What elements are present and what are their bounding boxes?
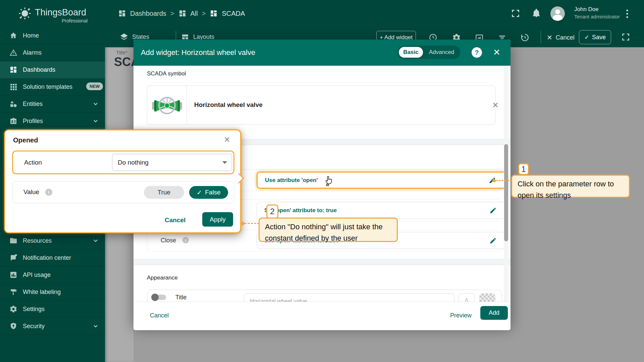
logo-subtitle: Professional	[62, 18, 88, 23]
appearance-card: Title Horizontal wheel valve A	[147, 290, 502, 302]
mode-advanced-pill[interactable]: Advanced	[423, 49, 460, 56]
sidebar-item-label: Notification center	[23, 254, 71, 261]
modal-close-icon[interactable]: ✕	[493, 48, 500, 57]
sidebar-item-white-labeling[interactable]: White labeling	[0, 284, 105, 301]
entities-shapes-icon	[9, 100, 17, 108]
annotation-2-tooltip: Action "Do nothing" will just take the c…	[259, 218, 398, 242]
logo-title: ThingsBoard	[35, 7, 86, 18]
screen: Dashboards > All > SCADA John Doe Tenant…	[0, 0, 644, 362]
toolbar-fullscreen-icon[interactable]	[621, 33, 630, 42]
popup-close-icon[interactable]: ✕	[224, 135, 230, 144]
save-button[interactable]: ✓ Save	[579, 30, 611, 44]
dashboard-icon	[9, 66, 17, 74]
widget-title-value: Horizontal wheel valve	[250, 298, 307, 302]
close-icon: ✕	[547, 34, 552, 42]
sidebar-item-resources[interactable]: Resources	[0, 232, 105, 249]
value-row: Value i True ✓ False	[12, 181, 234, 203]
popup-title: Opened	[13, 136, 38, 144]
sidebar-item-solution-templates[interactable]: Solution templates NEW	[0, 78, 105, 96]
sidebar-item-entities[interactable]: Entities	[0, 96, 105, 113]
breadcrumb-all[interactable]: All	[191, 10, 198, 17]
section-divider	[133, 259, 511, 265]
sidebar-item-label: API usage	[23, 272, 51, 279]
kebab-menu-icon[interactable]	[626, 9, 629, 19]
connector-dash	[496, 180, 512, 181]
parameter-value-initial-state[interactable]: Use attribute 'open'	[257, 172, 506, 189]
sidebar-item-label: Home	[23, 32, 39, 39]
appearance-heading: Appearance	[147, 275, 178, 281]
preview-button[interactable]: Preview	[450, 312, 472, 319]
sidebar-item-profiles[interactable]: Profiles	[0, 113, 105, 130]
connector-dash	[245, 223, 259, 224]
value-false-button[interactable]: ✓ False	[189, 186, 228, 199]
popup-cancel-button[interactable]: Cancel	[165, 217, 185, 224]
sidebar-item-label: White labeling	[23, 289, 61, 296]
annotation-1-number: 1	[518, 163, 529, 175]
sidebar-item-label: Settings	[23, 306, 45, 313]
font-style-button[interactable]: A	[459, 293, 475, 302]
version-history-icon[interactable]	[521, 33, 529, 42]
title-toggle-knob	[151, 294, 159, 301]
dashboard-icon	[210, 9, 218, 17]
parameter-value-open[interactable]: Set 'open' attribute to: true	[257, 202, 506, 219]
modal-footer: Cancel Preview Add	[133, 302, 511, 330]
action-row: Action Do nothing	[12, 150, 234, 174]
fullscreen-icon[interactable]	[511, 9, 520, 18]
popup-apply-button[interactable]: Apply	[202, 212, 233, 227]
notifications-bell-icon[interactable]	[532, 8, 541, 18]
connector-dot	[241, 222, 245, 225]
logo[interactable]: ThingsBoard Professional	[0, 0, 105, 27]
sidebar-item-api-usage[interactable]: API usage	[0, 266, 105, 284]
help-icon[interactable]: ?	[472, 47, 482, 58]
info-icon: i	[182, 237, 189, 243]
breadcrumb-scada: SCADA	[222, 10, 245, 17]
add-button[interactable]: Add	[480, 306, 508, 320]
close-row-label: Close	[161, 237, 176, 244]
sidebar-item-security[interactable]: Security	[0, 318, 105, 335]
edit-pencil-icon[interactable]	[489, 207, 497, 214]
remove-symbol-icon[interactable]: ✕	[492, 101, 499, 110]
cancel-edit-button[interactable]: ✕ Cancel	[547, 34, 575, 42]
widget-title-input[interactable]: Horizontal wheel valve	[244, 293, 454, 302]
sidebar-item-dashboards[interactable]: Dashboards	[0, 61, 105, 78]
action-label: Action	[24, 159, 42, 166]
scada-symbol-card: Horizontal wheel valve ✕	[147, 85, 495, 125]
gear-icon	[9, 305, 17, 313]
check-icon: ✓	[197, 189, 202, 196]
value-true-button[interactable]: True	[144, 186, 184, 199]
edit-pencil-icon[interactable]	[489, 237, 497, 244]
action-select[interactable]: Do nothing	[112, 154, 232, 171]
color-picker-button[interactable]	[479, 293, 495, 302]
valve-image	[147, 86, 187, 124]
id-badge-icon	[9, 117, 17, 125]
avatar[interactable]	[550, 6, 565, 21]
sidebar-item-label: Dashboards	[23, 66, 55, 73]
symbol-name: Horizontal wheel valve	[194, 101, 263, 109]
connector-dot	[492, 179, 496, 182]
dropdown-caret-icon	[222, 161, 227, 164]
toolbar-divider	[541, 31, 541, 44]
sidebar-item-settings[interactable]: Settings	[0, 301, 105, 318]
mode-toggle: Basic Advanced	[397, 46, 460, 59]
sidebar-item-notification-center[interactable]: Notification center	[0, 249, 105, 266]
hand-cursor-icon	[324, 175, 334, 186]
chevron-down-icon	[92, 101, 99, 107]
chevron-down-icon	[92, 237, 99, 244]
chevron-down-icon	[92, 118, 99, 124]
sidebar-item-home[interactable]: Home	[0, 27, 105, 44]
sidebar-item-label: Resources	[23, 237, 52, 244]
mode-basic-pill[interactable]: Basic	[399, 47, 423, 58]
info-icon: i	[45, 189, 52, 196]
breadcrumb-dashboards[interactable]: Dashboards	[130, 10, 166, 17]
modal-scrollbar-thumb[interactable]	[504, 144, 508, 241]
sidebar-item-alarms[interactable]: Alarms	[0, 44, 105, 61]
shield-icon	[9, 322, 17, 330]
modal-cancel-button[interactable]: Cancel	[150, 312, 169, 319]
chevron-down-icon	[92, 323, 99, 329]
value-false-label: False	[205, 189, 220, 196]
thingsboard-logo-icon	[17, 6, 32, 21]
home-icon	[9, 32, 17, 40]
paint-roller-icon	[9, 288, 17, 296]
scada-symbol-heading: SCADA symbol	[147, 70, 186, 77]
save-label: Save	[592, 34, 606, 41]
